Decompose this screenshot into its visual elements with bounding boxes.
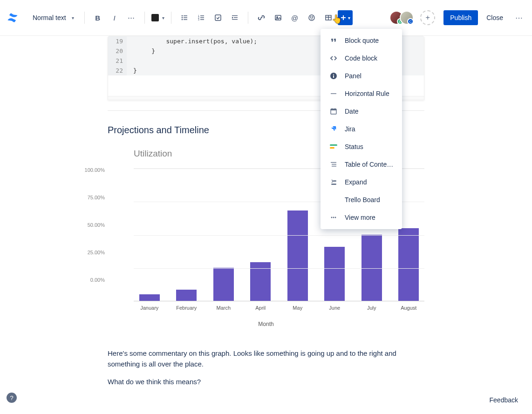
menu-label: View more	[345, 214, 375, 221]
menu-label: Date	[345, 108, 359, 115]
separator	[84, 12, 85, 24]
menu-label: Trello Board	[345, 196, 380, 204]
calendar-icon	[329, 107, 338, 116]
svg-rect-31	[330, 147, 334, 149]
menu-item-block-quote[interactable]: Block quote	[321, 32, 402, 49]
text-style-dropdown[interactable]: Normal text ▾	[28, 11, 79, 24]
menu-item-jira[interactable]: Jira	[321, 120, 402, 138]
svg-rect-33	[332, 164, 336, 164]
menu-item-hr[interactable]: Horizontal Rule	[321, 85, 402, 102]
feedback-link[interactable]: Feedback	[490, 396, 518, 404]
svg-rect-32	[331, 162, 336, 163]
bar[interactable]	[287, 210, 308, 301]
svg-point-1	[181, 17, 183, 19]
bold-button[interactable]: B	[90, 10, 105, 25]
menu-item-status[interactable]: Status	[321, 138, 402, 156]
svg-rect-5	[184, 19, 187, 20]
svg-point-24	[333, 74, 334, 75]
svg-point-39	[335, 217, 336, 218]
presence-badge: C	[407, 18, 414, 25]
x-tick-label: January	[136, 305, 163, 311]
bar-column	[285, 210, 311, 301]
x-tick-label: May	[285, 305, 311, 311]
svg-rect-29	[335, 109, 336, 110]
x-tick-label: March	[211, 305, 237, 311]
menu-item-panel[interactable]: Panel	[321, 67, 402, 85]
menu-item-code-block[interactable]: Code block	[321, 49, 402, 67]
line-number: 22	[108, 66, 127, 75]
image-button[interactable]	[271, 10, 286, 25]
jira-icon	[329, 124, 338, 134]
bar-column	[322, 247, 348, 301]
line-number: 19	[108, 36, 127, 46]
y-tick: 100.00%	[82, 167, 105, 173]
menu-item-toc[interactable]: Table of Conte…	[321, 156, 402, 173]
text-color-button[interactable]: ▾	[150, 10, 165, 25]
menu-label: Status	[345, 143, 363, 150]
separator	[144, 12, 145, 24]
svg-rect-4	[184, 17, 187, 18]
x-tick-label: February	[174, 305, 200, 311]
code-icon	[329, 54, 338, 63]
more-formatting-button[interactable]: ⋯	[124, 10, 139, 25]
paragraph[interactable]: Here's some commentary on this graph. Lo…	[108, 348, 424, 370]
separator	[171, 12, 171, 24]
separator	[248, 12, 248, 24]
svg-rect-28	[332, 109, 333, 110]
y-tick: 50.00%	[82, 222, 105, 228]
collaborators: D C	[389, 11, 414, 25]
x-tick-label: July	[359, 305, 385, 311]
line-number: 21	[108, 56, 127, 66]
svg-text:3: 3	[198, 18, 199, 21]
svg-rect-10	[200, 17, 204, 18]
menu-label: Expand	[345, 178, 367, 186]
bar[interactable]	[398, 228, 419, 301]
help-button[interactable]: ?	[7, 393, 17, 403]
more-actions-button[interactable]: ⋯	[512, 10, 526, 25]
checklist-button[interactable]	[211, 10, 225, 25]
status-icon	[329, 142, 338, 151]
bar[interactable]	[213, 268, 234, 301]
menu-item-view-more[interactable]: View more	[321, 209, 402, 226]
bar[interactable]	[176, 290, 197, 301]
menu-item-trello[interactable]: Trello Board	[321, 191, 402, 209]
menu-label: Block quote	[345, 37, 379, 44]
svg-point-2	[181, 19, 183, 20]
mention-button[interactable]: @	[287, 10, 302, 25]
svg-point-37	[331, 217, 333, 218]
menu-label: Code block	[345, 54, 377, 62]
paragraph[interactable]: What do we think this means?	[108, 376, 424, 387]
numbered-list-button[interactable]: 123	[194, 10, 209, 25]
indent-button[interactable]	[227, 10, 242, 25]
bar-column	[136, 294, 163, 301]
svg-rect-13	[232, 15, 238, 16]
svg-rect-34	[332, 166, 336, 166]
bar[interactable]	[139, 294, 160, 301]
emoji-button[interactable]	[304, 10, 319, 25]
y-tick: 75.00%	[82, 195, 105, 200]
text-style-label: Normal text	[33, 14, 66, 21]
bar[interactable]	[324, 247, 345, 301]
editor-toolbar: Normal text ▾ B I ⋯ ▾ 123 @ ▾	[0, 0, 532, 36]
menu-label: Panel	[345, 72, 361, 80]
add-collaborator-button[interactable]: +	[420, 10, 435, 25]
svg-rect-23	[333, 75, 334, 78]
close-button[interactable]: Close	[480, 10, 510, 25]
svg-rect-30	[330, 144, 337, 146]
menu-item-expand[interactable]: Expand	[321, 173, 402, 191]
svg-point-17	[276, 17, 277, 18]
menu-item-date[interactable]: Date	[321, 102, 402, 120]
confluence-logo	[6, 11, 20, 25]
publish-button[interactable]: Publish	[443, 10, 478, 25]
x-axis-title: Month	[108, 321, 424, 327]
avatar[interactable]: C	[400, 11, 414, 25]
table-button[interactable]	[321, 10, 336, 25]
bar-column	[174, 290, 200, 301]
bullet-list-button[interactable]	[177, 10, 192, 25]
x-tick-label: August	[396, 305, 422, 311]
insert-button[interactable]: ▾	[338, 10, 353, 25]
italic-button[interactable]: I	[107, 10, 122, 25]
svg-rect-11	[200, 19, 204, 20]
link-button[interactable]	[254, 10, 269, 25]
svg-rect-27	[331, 109, 336, 110]
